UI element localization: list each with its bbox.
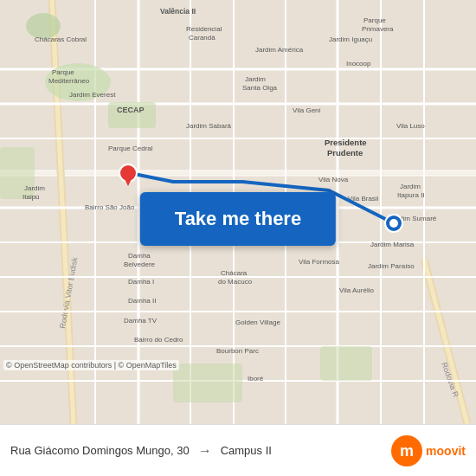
svg-text:Jardim Iguaçu: Jardim Iguaçu (329, 35, 372, 43)
svg-text:Jardim: Jardim (24, 184, 45, 192)
svg-text:Chácara: Chácara (221, 269, 248, 277)
svg-text:Vila Geni: Vila Geni (293, 106, 321, 114)
svg-text:Vila Nova: Vila Nova (318, 176, 349, 183)
svg-text:Santa Olga: Santa Olga (242, 84, 278, 92)
svg-text:Belvedere: Belvedere (124, 261, 156, 268)
svg-text:Damha II: Damha II (128, 297, 156, 305)
svg-text:Jardim Everest: Jardim Everest (69, 91, 116, 99)
svg-text:Jardim Marisa: Jardim Marisa (370, 241, 415, 248)
svg-text:Damha I: Damha I (128, 278, 154, 286)
route-to: Campus II (221, 444, 272, 457)
svg-text:Bourbon Parc: Bourbon Parc (216, 347, 259, 355)
moovit-icon: m (391, 435, 422, 466)
svg-text:Itaipú: Itaipú (23, 193, 40, 201)
svg-text:Golden Village: Golden Village (235, 318, 280, 326)
svg-text:Presidente: Presidente (325, 138, 367, 147)
moovit-text: moovit (426, 444, 466, 458)
svg-text:Bairro do Cedro: Bairro do Cedro (134, 336, 183, 344)
svg-point-79 (389, 219, 398, 228)
svg-text:Jardim Paraíso: Jardim Paraíso (368, 262, 415, 270)
svg-text:CECAP: CECAP (117, 106, 145, 114)
svg-text:Parque Cedral: Parque Cedral (108, 145, 153, 152)
svg-rect-30 (173, 363, 242, 402)
svg-text:Iboré: Iboré (248, 375, 264, 383)
take-me-there-button[interactable]: Take me there (140, 192, 336, 246)
svg-text:Primavera: Primavera (362, 25, 394, 33)
svg-text:Prudente: Prudente (327, 148, 363, 158)
svg-text:Chácaras Cobral: Chácaras Cobral (35, 35, 87, 43)
svg-text:Jardim: Jardim (245, 75, 266, 83)
svg-text:Itapura II: Itapura II (397, 191, 425, 199)
svg-text:Jardim Sabará: Jardim Sabará (186, 122, 232, 130)
svg-text:Mediterrâneo: Mediterrâneo (48, 77, 90, 85)
svg-text:Parque: Parque (363, 16, 386, 24)
bottom-bar: Rua Giácomo Domingos Mungo, 30 → Campus … (0, 424, 476, 476)
route-arrow-icon: → (198, 443, 212, 459)
svg-text:Inocoop: Inocoop (346, 60, 371, 68)
svg-text:Residencial: Residencial (186, 25, 222, 33)
svg-text:Vila Luso: Vila Luso (396, 122, 425, 130)
svg-text:Damha: Damha (128, 252, 151, 260)
map-attribution: © OpenStreetMap contributors | © OpenMap… (3, 360, 179, 370)
map-container: Rodovia Vitor Budisk Rodovia R Valên (0, 0, 476, 424)
moovit-icon-letter: m (400, 443, 414, 459)
svg-text:Valência II: Valência II (160, 7, 196, 16)
svg-text:Damha TV: Damha TV (124, 317, 158, 325)
svg-text:Jardim: Jardim (400, 183, 421, 190)
svg-rect-31 (320, 346, 372, 381)
svg-text:Parque: Parque (52, 68, 74, 76)
svg-text:Vila Aurélio: Vila Aurélio (339, 286, 374, 294)
svg-text:do Macuco: do Macuco (218, 278, 253, 286)
moovit-logo: m moovit (391, 435, 466, 466)
svg-text:Vila Formosa: Vila Formosa (299, 258, 340, 266)
svg-text:Bairro São João: Bairro São João (85, 203, 135, 211)
svg-text:Jardim América: Jardim América (255, 46, 304, 54)
svg-text:Carandá: Carandá (189, 34, 215, 42)
route-from: Rua Giácomo Domingos Mungo, 30 (10, 444, 190, 457)
